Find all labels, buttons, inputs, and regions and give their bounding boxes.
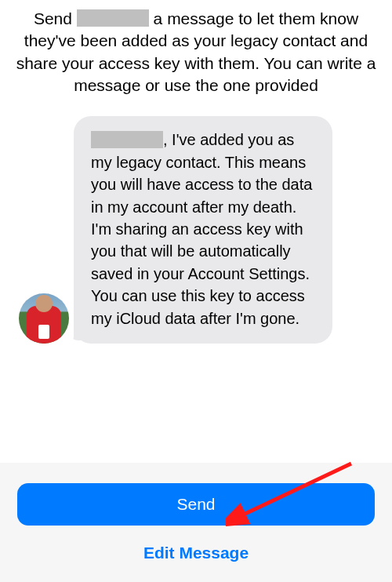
send-button[interactable]: Send bbox=[17, 483, 375, 526]
edit-message-label: Edit Message bbox=[143, 544, 249, 562]
instruction-text: Send a message to let them know they've … bbox=[0, 0, 392, 116]
message-body: , I've added you as my legacy contact. T… bbox=[91, 131, 312, 326]
instruction-prefix: Send bbox=[34, 9, 77, 27]
redacted-name bbox=[77, 9, 149, 27]
message-bubble: , I've added you as my legacy contact. T… bbox=[74, 116, 332, 344]
edit-message-button[interactable]: Edit Message bbox=[17, 532, 375, 574]
send-button-label: Send bbox=[176, 495, 215, 514]
message-preview: , I've added you as my legacy contact. T… bbox=[0, 116, 392, 344]
avatar bbox=[19, 293, 69, 344]
footer: Send Edit Message bbox=[0, 463, 392, 582]
redacted-name-bubble bbox=[91, 131, 163, 148]
